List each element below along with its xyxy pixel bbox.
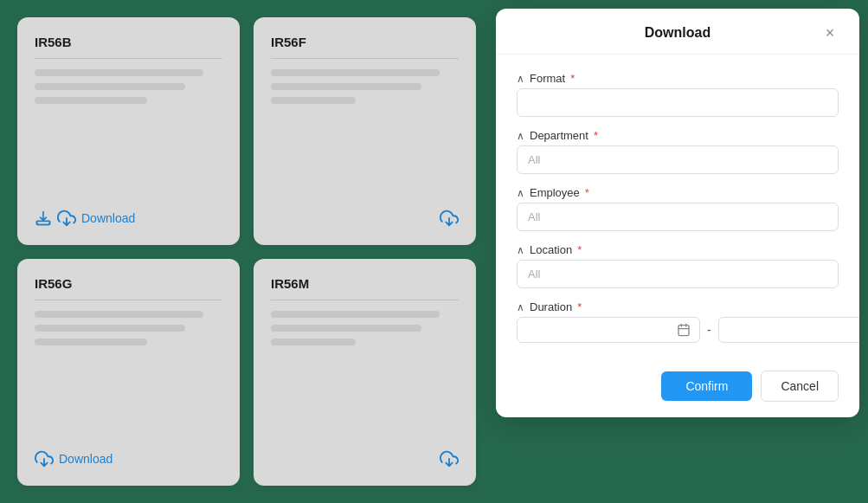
- format-input[interactable]: [517, 88, 839, 117]
- location-required: *: [577, 243, 582, 256]
- employee-input[interactable]: [517, 203, 839, 231]
- department-section: ∧ Department *: [517, 122, 839, 174]
- duration-section: ∧ Duration * -: [517, 293, 839, 343]
- duration-end-wrapper: [718, 317, 859, 343]
- employee-required: *: [585, 186, 589, 199]
- format-label: Format: [530, 72, 565, 85]
- confirm-button[interactable]: Confirm: [661, 371, 752, 401]
- svg-rect-1: [678, 326, 689, 336]
- duration-section-header[interactable]: ∧ Duration *: [517, 293, 839, 317]
- department-input[interactable]: [517, 145, 839, 174]
- chevron-icon-duration: ∧: [517, 301, 524, 313]
- chevron-icon-department: ∧: [517, 130, 524, 142]
- duration-required: *: [577, 300, 582, 313]
- employee-section: ∧ Employee *: [517, 179, 839, 231]
- location-input[interactable]: [517, 260, 839, 288]
- location-section: ∧ Location *: [517, 236, 839, 288]
- chevron-icon-format: ∧: [517, 73, 524, 85]
- modal-footer: Confirm Cancel: [496, 358, 859, 417]
- duration-start-input[interactable]: [526, 324, 672, 337]
- download-modal: Download × ∧ Format * ∧ Department * ∧: [496, 9, 859, 417]
- format-section-header[interactable]: ∧ Format *: [517, 65, 839, 88]
- duration-label: Duration: [530, 300, 572, 313]
- duration-end-input[interactable]: [728, 324, 859, 337]
- format-required: *: [570, 72, 575, 85]
- duration-start-wrapper: [517, 317, 700, 343]
- cancel-button[interactable]: Cancel: [761, 371, 839, 402]
- modal-body: ∧ Format * ∧ Department * ∧ Employee *: [496, 55, 859, 358]
- location-section-header[interactable]: ∧ Location *: [517, 236, 839, 260]
- department-section-header[interactable]: ∧ Department *: [517, 122, 839, 145]
- modal-header: Download ×: [496, 9, 859, 55]
- chevron-icon-employee: ∧: [517, 187, 524, 199]
- duration-row: -: [517, 317, 839, 343]
- chevron-icon-location: ∧: [517, 244, 524, 256]
- department-required: *: [594, 129, 598, 142]
- department-label: Department: [530, 129, 588, 142]
- location-label: Location: [530, 243, 572, 256]
- employee-label: Employee: [530, 186, 580, 199]
- modal-title: Download: [534, 25, 821, 41]
- modal-close-button[interactable]: ×: [821, 24, 839, 42]
- duration-separator: -: [707, 323, 711, 337]
- employee-section-header[interactable]: ∧ Employee *: [517, 179, 839, 203]
- format-section: ∧ Format *: [517, 65, 839, 117]
- calendar-start-icon[interactable]: [677, 323, 691, 337]
